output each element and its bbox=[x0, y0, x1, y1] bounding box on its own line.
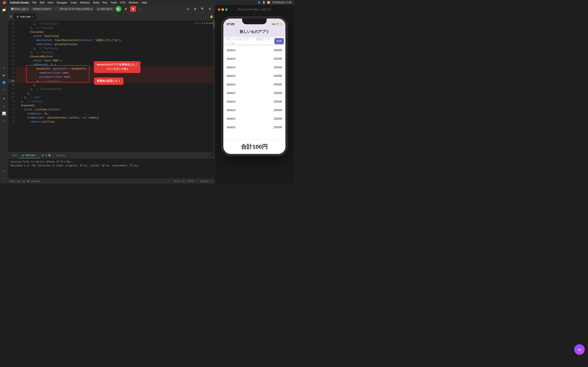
sidebar-folder-icon[interactable]: 📁 bbox=[1, 7, 7, 13]
console-more-icon[interactable]: ⋮ bbox=[52, 154, 55, 157]
line-ending[interactable]: LF bbox=[182, 180, 185, 183]
menu-vcs[interactable]: VCS bbox=[120, 1, 126, 4]
sim-minimize-dot[interactable] bbox=[222, 8, 224, 11]
breadcrumb: flutter_app › lib › ◉ main.dart bbox=[10, 180, 40, 183]
run-small-icon[interactable]: ▶ bbox=[42, 154, 44, 157]
reload-icon[interactable]: ↺ bbox=[45, 154, 47, 157]
device-button[interactable]: 📱 bbox=[178, 6, 183, 12]
scrollbar-thumb[interactable] bbox=[213, 21, 214, 29]
iphone-frame: 17:25 ●●● 📶 🔋 欲しいものアプリ 欲しいものを入力し… 金額を入力し bbox=[222, 17, 287, 156]
list-item-0[interactable]: Switch 25000 bbox=[223, 46, 285, 54]
tab-more-button[interactable]: ⋮ bbox=[203, 14, 209, 20]
list-item-1[interactable]: Switch 25000 bbox=[223, 54, 285, 63]
project-name: flutter_app bbox=[14, 8, 26, 10]
sidebar-flutter3-icon[interactable]: ◇ bbox=[1, 103, 7, 109]
code-line-67: ), // ElevatedButton bbox=[16, 87, 214, 91]
menu-file[interactable]: File bbox=[32, 1, 36, 4]
code-content[interactable]: ), // TextField ), // Flexible Flexible(… bbox=[16, 20, 214, 152]
list-item-6[interactable]: Switch 25000 bbox=[223, 97, 285, 106]
sidebar-terminal-icon[interactable]: ⌥ bbox=[1, 168, 7, 175]
sidebar-star-icon[interactable]: ✦ bbox=[1, 95, 7, 102]
error-nav-down[interactable]: ▼ bbox=[211, 21, 213, 25]
sim-nav-home[interactable]: ⌂ bbox=[254, 13, 255, 16]
sidebar-more-icon[interactable]: ··· bbox=[1, 14, 7, 20]
crumb-sep-2: › bbox=[26, 180, 27, 183]
menu-run[interactable]: Run bbox=[103, 1, 107, 4]
menu-refactor[interactable]: Refactor bbox=[80, 1, 90, 4]
search-button[interactable]: 🔍 bbox=[200, 6, 205, 12]
project-selector[interactable]: 🅵 flutter_app ▾ bbox=[10, 7, 30, 11]
list-item-2[interactable]: Switch 25000 bbox=[223, 63, 285, 72]
file-crumb[interactable]: main.dart bbox=[30, 180, 40, 183]
apple-menu[interactable]: 🍎 bbox=[2, 1, 7, 4]
list-item-8[interactable]: Switch 25000 bbox=[223, 114, 285, 123]
lightning-button[interactable]: ⚡ bbox=[123, 6, 129, 12]
tab-main-dart[interactable]: ◉ main.dart ✕ bbox=[14, 13, 36, 20]
sim-fullscreen-dot[interactable] bbox=[225, 8, 228, 11]
project-crumb[interactable]: flutter_app bbox=[10, 180, 20, 183]
sidebar-git-icon[interactable]: ⊘ bbox=[1, 64, 7, 71]
bottom-tab-console[interactable]: ◉ main.dart ✕ bbox=[19, 152, 40, 158]
menu-edit[interactable]: Edit bbox=[40, 1, 44, 4]
lib-crumb[interactable]: lib bbox=[23, 180, 25, 183]
sidebar-warn-icon[interactable]: ⚠ bbox=[1, 117, 7, 124]
sidebar-icons: 📁 ··· ⊘ ▶ 🔷 🔹 ✦ ◇ 📊 ⚠ ⌥ ⑂ bbox=[0, 5, 8, 184]
sidebar-git2-icon[interactable]: ⑂ bbox=[1, 175, 7, 182]
run-file-dropdown-icon: ▾ bbox=[111, 8, 112, 10]
sidebar-run-icon[interactable]: ▶ bbox=[1, 72, 7, 78]
sim-nav-back[interactable]: ← bbox=[248, 13, 250, 16]
save-button[interactable]: 保存 bbox=[274, 38, 284, 44]
sidebar-flutter1-icon[interactable]: 🔷 bbox=[1, 79, 7, 86]
cursor-pos[interactable]: 65:23 bbox=[174, 180, 180, 183]
sim-nav-forward[interactable]: → bbox=[258, 13, 261, 16]
sim-close-dot[interactable] bbox=[218, 8, 220, 11]
menu-tools[interactable]: Tools bbox=[111, 1, 117, 4]
status-right: 65:23 LF UTF-8 ⑂ 2 spaces ⑂ bbox=[174, 180, 213, 183]
stop-button[interactable]: ■ bbox=[130, 6, 136, 12]
tab-close-button[interactable]: ✕ bbox=[32, 16, 34, 18]
indent[interactable]: 2 spaces bbox=[200, 180, 209, 183]
error-nav-up[interactable]: ▲ bbox=[209, 21, 211, 25]
error-icon: ⊗ bbox=[195, 21, 197, 25]
menu-window[interactable]: Window bbox=[129, 1, 138, 4]
settings-button[interactable]: ⚙ bbox=[207, 6, 213, 12]
lightning2-button[interactable]: ⚡ bbox=[192, 6, 198, 12]
search-field[interactable]: 欲しいものを入力し… 金額を入力してね bbox=[225, 38, 274, 45]
sidebar-flutter2-icon[interactable]: 🔹 bbox=[1, 86, 7, 93]
list-item-7[interactable]: Switch 25000 bbox=[223, 106, 285, 114]
toolbar: 🅵 flutter_app ▾ Version control ▾ 📱 iPho… bbox=[8, 5, 214, 13]
version-control-selector[interactable]: Version control ▾ bbox=[31, 7, 53, 11]
menu-android-studio[interactable]: Android Studio bbox=[10, 1, 29, 4]
encoding[interactable]: UTF-8 bbox=[187, 180, 194, 183]
menu-code[interactable]: Code bbox=[70, 1, 77, 4]
bookmark-button[interactable]: 🔖 bbox=[185, 6, 191, 12]
menu-help[interactable]: Help bbox=[141, 1, 147, 4]
error-count: 1 bbox=[198, 21, 199, 25]
list-item-5[interactable]: Switch 25000 bbox=[223, 89, 285, 97]
bottom-tab-run[interactable]: Run bbox=[10, 152, 19, 158]
menu-build[interactable]: Build bbox=[93, 1, 99, 4]
list-item-9[interactable]: Switch 25000 bbox=[223, 123, 285, 132]
sidebar-toggle-button[interactable]: ☰ bbox=[8, 14, 14, 20]
menu-view[interactable]: View bbox=[48, 1, 53, 4]
code-line-70: ), // Padding bbox=[16, 100, 214, 104]
sidebar-analytics-icon[interactable]: 📊 bbox=[1, 110, 7, 117]
console-tab-close[interactable]: ✕ bbox=[36, 154, 38, 156]
item-name-4: Switch bbox=[227, 83, 236, 86]
menu-navigate[interactable]: Navigate bbox=[57, 1, 67, 4]
list-item-4[interactable]: Switch 25000 bbox=[223, 80, 285, 89]
flutter-icon[interactable]: 🔷 bbox=[48, 154, 51, 157]
list-item-3[interactable]: Switch 25000 bbox=[223, 72, 285, 80]
run-file-selector[interactable]: ◉ main.dart ▾ bbox=[95, 7, 114, 11]
device-selector[interactable]: 📱 iPhone 15 Pro Max (mobile) ▾ bbox=[54, 7, 94, 11]
run-button[interactable]: ▶ bbox=[116, 6, 121, 12]
menubar-date: 7月29日(月) 17:25 bbox=[272, 1, 292, 4]
item-name-2: Switch bbox=[227, 66, 236, 69]
more-button[interactable]: ⋮ bbox=[138, 6, 143, 12]
battery-icon: 🔋 bbox=[262, 1, 265, 4]
item-name-1: Switch bbox=[227, 57, 236, 60]
phone-status-icons: ●●● 📶 🔋 bbox=[272, 23, 282, 25]
notification-button[interactable]: 🔔 bbox=[209, 14, 214, 20]
console-split-icon[interactable]: ⧉ bbox=[211, 154, 213, 157]
console-line-2: Reloaded 1 of 705 libraries in 216ms (co… bbox=[11, 164, 212, 168]
